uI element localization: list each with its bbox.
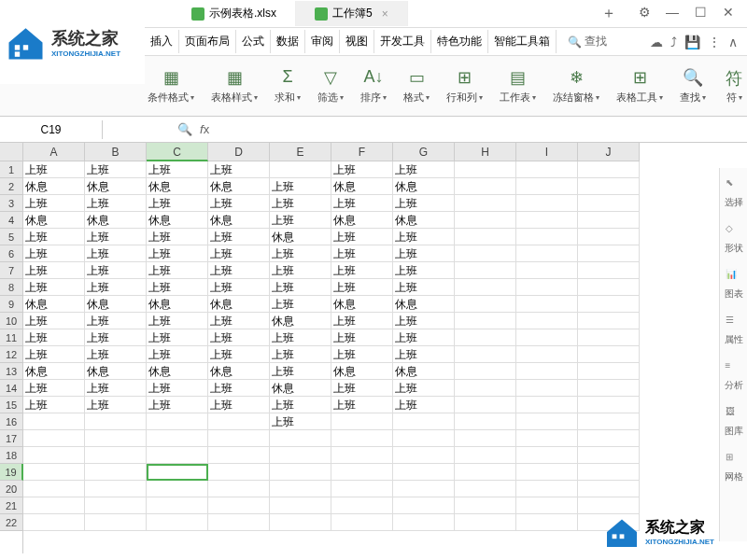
column-header[interactable]: G xyxy=(393,143,455,161)
tool-表格样式[interactable]: ▦表格样式▾ xyxy=(211,67,258,105)
cell[interactable] xyxy=(455,313,516,329)
cell[interactable] xyxy=(455,279,516,296)
cell[interactable]: 上班 xyxy=(270,178,331,195)
cell[interactable]: 上班 xyxy=(270,262,331,279)
row-header[interactable]: 1 xyxy=(0,161,23,178)
cell[interactable]: 上班 xyxy=(208,279,270,296)
cell[interactable] xyxy=(578,313,640,329)
cell[interactable] xyxy=(516,245,578,262)
sidebar-analyze[interactable]: ≡分析 xyxy=(725,360,743,392)
cell[interactable] xyxy=(516,413,578,430)
cell[interactable] xyxy=(270,497,331,514)
cell[interactable]: 上班 xyxy=(85,262,147,279)
cell[interactable] xyxy=(147,481,208,497)
row-header[interactable]: 17 xyxy=(0,430,23,447)
cell[interactable] xyxy=(208,464,270,481)
tool-符[interactable]: 符符▾ xyxy=(723,67,745,105)
cell[interactable]: 上班 xyxy=(147,262,208,279)
cell[interactable] xyxy=(331,413,393,430)
cell[interactable]: 上班 xyxy=(147,313,208,329)
cell[interactable] xyxy=(516,296,578,313)
cell[interactable]: 上班 xyxy=(331,380,393,397)
cell[interactable] xyxy=(23,413,85,430)
cell[interactable] xyxy=(578,212,640,229)
cell[interactable] xyxy=(270,464,331,481)
cell[interactable] xyxy=(578,464,640,481)
cell[interactable] xyxy=(85,430,147,447)
cell[interactable] xyxy=(516,313,578,329)
cell[interactable]: 休息 xyxy=(147,363,208,380)
spreadsheet-grid[interactable]: ABCDEFGHIJ 12345678910111213141516171819… xyxy=(0,143,747,553)
cell[interactable]: 休息 xyxy=(393,296,455,313)
cell[interactable]: 上班 xyxy=(208,380,270,397)
cell[interactable] xyxy=(455,430,516,447)
column-header[interactable]: A xyxy=(23,143,85,161)
cell[interactable]: 上班 xyxy=(85,397,147,413)
column-header[interactable]: I xyxy=(516,143,578,161)
tool-工作表[interactable]: ▤工作表▾ xyxy=(500,67,536,105)
cell[interactable] xyxy=(147,413,208,430)
cell[interactable] xyxy=(516,161,578,178)
cell[interactable] xyxy=(270,447,331,464)
cell[interactable] xyxy=(23,481,85,497)
more-icon[interactable]: ⋮ xyxy=(708,35,721,49)
cell[interactable]: 上班 xyxy=(393,195,455,212)
cell[interactable] xyxy=(85,514,147,531)
cell[interactable] xyxy=(270,514,331,531)
cell[interactable] xyxy=(516,447,578,464)
cell[interactable] xyxy=(455,363,516,380)
sidebar-shapes[interactable]: ◇形状 xyxy=(725,223,743,255)
cell[interactable]: 上班 xyxy=(270,413,331,430)
cloud-icon[interactable]: ☁ xyxy=(650,35,663,49)
cell[interactable] xyxy=(516,363,578,380)
cell[interactable] xyxy=(455,262,516,279)
cell[interactable] xyxy=(578,178,640,195)
cell[interactable]: 上班 xyxy=(331,329,393,346)
cell[interactable]: 休息 xyxy=(23,296,85,313)
cell[interactable] xyxy=(85,413,147,430)
settings-icon[interactable]: ⚙ xyxy=(635,5,654,23)
row-header[interactable]: 5 xyxy=(0,229,23,245)
cell[interactable]: 休息 xyxy=(147,296,208,313)
tool-条件格式[interactable]: ▦条件格式▾ xyxy=(148,67,194,105)
row-header[interactable]: 20 xyxy=(0,481,23,497)
cell[interactable] xyxy=(147,464,208,481)
cell[interactable]: 上班 xyxy=(331,346,393,363)
cell[interactable]: 上班 xyxy=(147,346,208,363)
cell[interactable]: 上班 xyxy=(331,313,393,329)
cell[interactable] xyxy=(85,497,147,514)
sidebar-cursor[interactable]: ⬉选择 xyxy=(725,177,743,209)
cell[interactable]: 休息 xyxy=(393,363,455,380)
cell[interactable] xyxy=(393,413,455,430)
cell[interactable] xyxy=(578,497,640,514)
cell[interactable] xyxy=(147,514,208,531)
cell[interactable] xyxy=(455,212,516,229)
cell[interactable] xyxy=(578,481,640,497)
cell[interactable] xyxy=(393,447,455,464)
row-header[interactable]: 7 xyxy=(0,262,23,279)
cell[interactable]: 上班 xyxy=(393,245,455,262)
cell[interactable] xyxy=(578,430,640,447)
cell[interactable]: 上班 xyxy=(23,279,85,296)
row-header[interactable]: 15 xyxy=(0,397,23,413)
cell[interactable] xyxy=(578,262,640,279)
row-header[interactable]: 10 xyxy=(0,313,23,329)
cell[interactable] xyxy=(455,195,516,212)
cell[interactable] xyxy=(455,380,516,397)
cell[interactable]: 上班 xyxy=(23,397,85,413)
cell[interactable] xyxy=(147,430,208,447)
cell[interactable] xyxy=(455,229,516,245)
column-header[interactable]: D xyxy=(208,143,270,161)
cell[interactable] xyxy=(516,514,578,531)
cell[interactable] xyxy=(393,481,455,497)
cell[interactable]: 休息 xyxy=(85,363,147,380)
menu-item[interactable]: 插入 xyxy=(145,30,179,53)
cell[interactable] xyxy=(331,514,393,531)
cell[interactable] xyxy=(516,229,578,245)
cell[interactable]: 上班 xyxy=(85,245,147,262)
cell[interactable] xyxy=(578,161,640,178)
tool-格式[interactable]: ▭格式▾ xyxy=(403,67,430,105)
tool-行和列[interactable]: ⊞行和列▾ xyxy=(446,67,483,105)
cell[interactable]: 上班 xyxy=(208,161,270,178)
menu-item[interactable]: 智能工具箱 xyxy=(488,30,557,53)
